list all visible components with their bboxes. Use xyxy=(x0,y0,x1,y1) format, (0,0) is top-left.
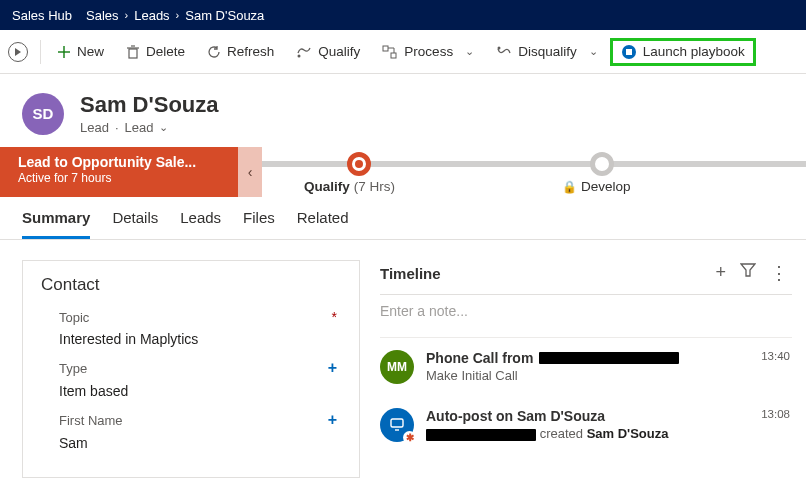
activity-time: 13:08 xyxy=(761,408,790,420)
launch-playbook-button[interactable]: Launch playbook xyxy=(610,38,756,66)
svg-point-11 xyxy=(498,46,501,49)
process-icon xyxy=(382,45,398,59)
field-topic[interactable]: Topic* Interested in Maplytics xyxy=(41,309,341,347)
stage2-name: Develop xyxy=(581,179,631,194)
chevron-right-icon: › xyxy=(176,9,180,21)
play-icon xyxy=(13,47,23,57)
refresh-label: Refresh xyxy=(227,44,274,59)
disqualify-button[interactable]: Disqualify ⌄ xyxy=(486,38,608,65)
qualify-label: Qualify xyxy=(318,44,360,59)
entity-label: Lead xyxy=(80,120,109,135)
timeline-item[interactable]: ✱ Auto-post on Sam D'Souza created Sam D… xyxy=(380,396,792,454)
breadcrumb-bar: Sales Hub Sales › Leads › Sam D'Souza xyxy=(0,0,806,30)
autopost-target: Sam D'Souza xyxy=(587,426,669,441)
form-label[interactable]: Lead xyxy=(125,120,154,135)
timeline-item[interactable]: MM Phone Call from Make Initial Call 13:… xyxy=(380,338,792,396)
svg-rect-13 xyxy=(626,49,632,55)
stage-label-develop[interactable]: 🔒 Develop xyxy=(562,179,631,194)
svg-rect-8 xyxy=(391,53,396,58)
stage-prev-button[interactable]: ‹ xyxy=(238,147,262,197)
autopost-subtitle: created Sam D'Souza xyxy=(426,426,792,441)
firstname-value[interactable]: Sam xyxy=(59,435,341,451)
back-button[interactable] xyxy=(8,42,28,62)
refresh-button[interactable]: Refresh xyxy=(197,38,284,65)
field-type[interactable]: Type+ Item based xyxy=(41,359,341,399)
tab-details[interactable]: Details xyxy=(112,209,158,239)
tab-leads[interactable]: Leads xyxy=(180,209,221,239)
business-process-flow: Lead to Opportunity Sale... Active for 7… xyxy=(0,147,806,197)
timeline-heading: Timeline xyxy=(380,265,441,282)
autopost-verb: created xyxy=(540,426,583,441)
divider xyxy=(40,40,41,64)
required-mark: * xyxy=(332,309,337,325)
refresh-icon xyxy=(207,45,221,59)
tab-summary[interactable]: Summary xyxy=(22,209,90,239)
qualify-button[interactable]: Qualify xyxy=(286,38,370,65)
crumb-leads[interactable]: Leads xyxy=(134,8,169,23)
playbook-icon xyxy=(621,44,637,60)
recommended-mark: + xyxy=(328,359,337,377)
command-bar: New Delete Refresh Qualify Process ⌄ Dis… xyxy=(0,30,806,74)
form-tabs: Summary Details Leads Files Related xyxy=(0,197,806,240)
gear-icon: ✱ xyxy=(403,431,416,444)
stage-label-qualify[interactable]: Qualify (7 Hrs) xyxy=(304,179,395,194)
delete-label: Delete xyxy=(146,44,185,59)
tab-files[interactable]: Files xyxy=(243,209,275,239)
firstname-label: First Name xyxy=(59,413,123,428)
chevron-down-icon: ⌄ xyxy=(589,45,598,58)
timeline-add-button[interactable]: + xyxy=(715,262,726,284)
svg-marker-14 xyxy=(741,264,755,276)
svg-marker-0 xyxy=(15,48,21,56)
record-avatar: SD xyxy=(22,93,64,135)
stage-node-qualify[interactable] xyxy=(347,152,371,176)
delete-button[interactable]: Delete xyxy=(116,38,195,65)
disqualify-label: Disqualify xyxy=(518,44,577,59)
autopost-title: Auto-post on Sam D'Souza xyxy=(426,408,605,424)
new-label: New xyxy=(77,44,104,59)
activity-time: 13:40 xyxy=(761,350,790,362)
contact-heading: Contact xyxy=(41,275,341,295)
record-title: Sam D'Souza xyxy=(80,92,219,118)
timeline-more-button[interactable]: ⋮ xyxy=(770,262,788,284)
monitor-icon xyxy=(389,418,405,432)
activity-title-prefix: Phone Call from xyxy=(426,350,533,366)
redacted-name xyxy=(539,352,679,364)
chevron-down-icon[interactable]: ⌄ xyxy=(159,121,168,134)
field-first-name[interactable]: First Name+ Sam xyxy=(41,411,341,451)
svg-rect-15 xyxy=(391,419,403,427)
app-name[interactable]: Sales Hub xyxy=(12,8,72,23)
plus-icon xyxy=(57,45,71,59)
qualify-icon xyxy=(296,45,312,59)
svg-rect-7 xyxy=(383,46,388,51)
record-subtitle: Lead · Lead ⌄ xyxy=(80,120,219,135)
type-label: Type xyxy=(59,361,87,376)
stage1-duration: (7 Hrs) xyxy=(354,179,395,194)
autopost-avatar: ✱ xyxy=(380,408,414,442)
stage-node-develop[interactable] xyxy=(590,152,614,176)
timeline-filter-button[interactable] xyxy=(740,262,756,284)
stage-track: Qualify (7 Hrs) 🔒 Develop xyxy=(262,147,806,197)
crumb-sales[interactable]: Sales xyxy=(86,8,119,23)
recommended-mark: + xyxy=(328,411,337,429)
process-active-duration: Active for 7 hours xyxy=(18,171,224,185)
topic-label: Topic xyxy=(59,310,89,325)
tab-related[interactable]: Related xyxy=(297,209,349,239)
crumb-record[interactable]: Sam D'Souza xyxy=(185,8,264,23)
chevron-right-icon: › xyxy=(125,9,129,21)
record-header: SD Sam D'Souza Lead · Lead ⌄ xyxy=(0,74,806,147)
topic-value[interactable]: Interested in Maplytics xyxy=(59,331,341,347)
timeline-note-input[interactable]: Enter a note... xyxy=(380,294,792,338)
svg-point-6 xyxy=(298,54,301,57)
lock-icon: 🔒 xyxy=(562,180,577,194)
type-value[interactable]: Item based xyxy=(59,383,341,399)
new-button[interactable]: New xyxy=(47,38,114,65)
contact-section: Contact Topic* Interested in Maplytics T… xyxy=(22,260,360,478)
disqualify-icon xyxy=(496,45,512,59)
timeline-section: Timeline + ⋮ Enter a note... MM Phone Ca… xyxy=(380,260,798,478)
stage1-name: Qualify xyxy=(304,179,350,194)
process-name-tile[interactable]: Lead to Opportunity Sale... Active for 7… xyxy=(0,147,238,197)
process-label: Process xyxy=(404,44,453,59)
trash-icon xyxy=(126,45,140,59)
process-button[interactable]: Process ⌄ xyxy=(372,38,484,65)
chevron-down-icon: ⌄ xyxy=(465,45,474,58)
